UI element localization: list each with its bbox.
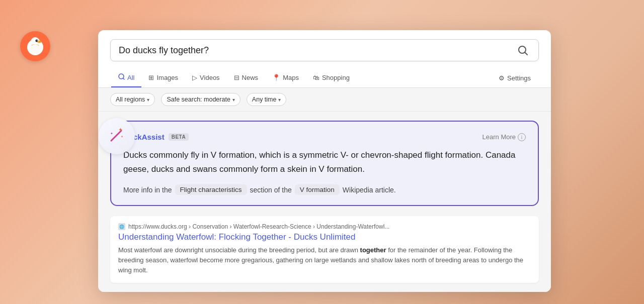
result-url-row: 🌐 https://www.ducks.org › Conservation ›…	[118, 223, 531, 230]
magic-wand-wrapper: ✦ ✦ ✦	[99, 118, 135, 154]
safe-search-chevron-icon: ▾	[232, 97, 235, 103]
tab-all[interactable]: All	[111, 68, 141, 87]
duckassist-card: DuckAssist BETA Learn More i Ducks commo…	[110, 121, 539, 206]
result-snippet: Most waterfowl are downright unsociable …	[118, 245, 531, 275]
shopping-icon: 🛍	[313, 74, 319, 81]
learn-more-button[interactable]: Learn More i	[482, 133, 526, 141]
news-icon: ⊟	[234, 74, 239, 81]
flight-characteristics-tag[interactable]: Flight characteristics	[175, 184, 247, 195]
svg-point-3	[37, 40, 38, 41]
duckduckgo-logo[interactable]	[20, 31, 50, 61]
svg-text:✦: ✦	[110, 132, 113, 135]
svg-text:✦: ✦	[118, 127, 123, 133]
svg-line-14	[123, 78, 125, 80]
svg-text:✦: ✦	[121, 135, 123, 138]
safe-search-label: Safe search: moderate	[167, 96, 230, 103]
region-filter-label: All regions	[116, 96, 145, 103]
tab-shopping[interactable]: 🛍 Shopping	[306, 69, 357, 87]
tab-videos[interactable]: ▷ Videos	[185, 69, 227, 87]
tab-maps[interactable]: 📍 Maps	[265, 69, 306, 87]
info-icon: i	[518, 133, 526, 141]
search-result: 🌐 https://www.ducks.org › Conservation ›…	[110, 216, 539, 282]
tab-news[interactable]: ⊟ News	[227, 69, 266, 87]
time-filter-label: Any time	[252, 96, 277, 103]
search-bar-area: All ⊞ Images ▷ Videos ⊟ News	[98, 30, 551, 88]
more-info-row: More info in the Flight characteristics …	[123, 184, 526, 195]
duckassist-body: Ducks commonly fly in V formation, which…	[123, 148, 526, 176]
all-tab-icon	[118, 73, 125, 81]
main-content: DuckAssist BETA Learn More i Ducks commo…	[98, 112, 551, 292]
region-chevron-icon: ▾	[147, 97, 149, 103]
images-icon: ⊞	[148, 74, 154, 81]
magic-wand-circle: ✦ ✦ ✦	[99, 118, 135, 154]
result-favicon: 🌐	[118, 223, 125, 230]
tab-shopping-label: Shopping	[322, 74, 350, 81]
svg-line-12	[525, 53, 528, 55]
search-input-row	[110, 39, 539, 61]
tab-all-label: All	[127, 74, 134, 81]
more-info-prefix: More info in the	[123, 186, 172, 194]
snippet-part1: Most waterfowl are downright unsociable …	[118, 246, 360, 254]
tab-maps-label: Maps	[283, 74, 299, 81]
result-title-link[interactable]: Understanding Waterfowl: Flocking Togeth…	[118, 232, 531, 242]
nav-tabs: All ⊞ Images ▷ Videos ⊟ News	[110, 68, 539, 87]
tab-videos-label: Videos	[200, 74, 220, 81]
duckassist-header: DuckAssist BETA Learn More i	[123, 133, 526, 141]
settings-icon: ⚙	[499, 74, 505, 82]
result-url: https://www.ducks.org › Conservation › W…	[128, 223, 389, 230]
settings-label: Settings	[507, 74, 531, 82]
browser-window: All ⊞ Images ▷ Videos ⊟ News	[68, 25, 531, 292]
filter-row: All regions ▾ Safe search: moderate ▾ An…	[98, 88, 551, 112]
tab-images[interactable]: ⊞ Images	[141, 69, 185, 87]
time-filter[interactable]: Any time ▾	[247, 93, 287, 106]
tab-images-label: Images	[156, 74, 178, 81]
region-filter[interactable]: All regions ▾	[110, 93, 155, 106]
page-wrapper: ✦ ✦ ✦	[0, 10, 644, 304]
tab-news-label: News	[242, 74, 259, 81]
wikipedia-suffix: Wikipedia article.	[343, 186, 396, 194]
v-formation-tag[interactable]: V formation	[295, 184, 340, 195]
beta-badge: BETA	[169, 133, 189, 141]
time-chevron-icon: ▾	[278, 97, 281, 103]
section-of-the: section of the	[250, 186, 292, 194]
maps-icon: 📍	[272, 74, 280, 81]
settings-tab[interactable]: ⚙ Settings	[492, 69, 538, 87]
svg-point-6	[30, 44, 40, 54]
safe-search-filter[interactable]: Safe search: moderate ▾	[161, 93, 240, 106]
search-input[interactable]	[119, 45, 515, 56]
videos-icon: ▷	[192, 74, 197, 81]
learn-more-label: Learn More	[482, 133, 516, 141]
search-button[interactable]	[515, 45, 530, 56]
snippet-bold: together	[360, 246, 386, 254]
